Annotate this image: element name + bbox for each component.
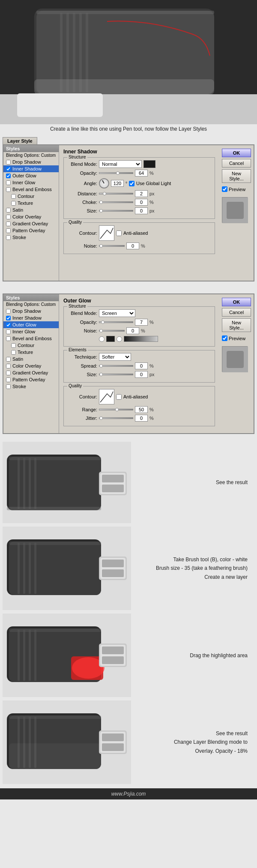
contour-item-1[interactable]: Contour (3, 193, 59, 200)
ok-button-1[interactable]: OK (222, 149, 251, 157)
texture-item-1[interactable]: Texture (3, 200, 59, 207)
pattern-overlay-checkbox-2[interactable] (6, 377, 11, 382)
bevel-emboss-checkbox-1[interactable] (6, 187, 11, 192)
technique-select-2[interactable]: Softer (99, 353, 131, 361)
glow-color-radio-1[interactable] (99, 336, 105, 342)
noise-slider-1[interactable] (99, 245, 125, 247)
inner-glow-item-2[interactable]: Inner Glow (3, 328, 59, 335)
contour-item-2[interactable]: Contour (3, 342, 59, 349)
size-slider-1[interactable] (99, 210, 133, 212)
range-input-2[interactable] (135, 406, 148, 413)
distance-input-1[interactable] (135, 190, 148, 197)
color-overlay-checkbox-2[interactable] (6, 364, 11, 368)
glow-color-swatch[interactable] (106, 336, 115, 342)
pattern-overlay-item-2[interactable]: Pattern Overlay (3, 376, 59, 383)
color-overlay-checkbox-1[interactable] (6, 215, 11, 219)
cancel-button-1[interactable]: Cancel (222, 159, 251, 168)
texture-item-2[interactable]: Texture (3, 349, 59, 356)
outer-glow-checkbox-1[interactable] (6, 174, 11, 178)
opacity-input-1[interactable] (135, 170, 148, 177)
spread-input-2[interactable] (135, 362, 148, 369)
anti-aliased-checkbox-2[interactable] (116, 394, 122, 400)
ok-button-2[interactable]: OK (222, 298, 251, 306)
bevel-emboss-item-1[interactable]: Bevel and Emboss (3, 186, 59, 193)
inner-shadow-item-1[interactable]: Inner Shadow (3, 165, 59, 172)
size-label-1: Size: (67, 208, 97, 213)
blending-options-item-1[interactable]: Blending Options: Custom (3, 152, 59, 159)
range-slider-2[interactable] (99, 409, 133, 410)
inner-shadow-checkbox-2[interactable] (6, 316, 11, 320)
bevel-emboss-checkbox-2[interactable] (6, 336, 11, 341)
noise-input-2[interactable] (126, 327, 139, 334)
contour-checkbox-1[interactable] (11, 194, 16, 199)
top-image (0, 0, 257, 124)
noise-slider-2[interactable] (99, 330, 125, 332)
inner-shadow-item-2[interactable]: Inner Shadow (3, 314, 59, 321)
satin-checkbox-2[interactable] (6, 357, 11, 362)
stroke-checkbox-2[interactable] (6, 384, 11, 389)
choke-row-1: Choke: % (67, 199, 211, 206)
spread-slider-2[interactable] (99, 365, 133, 367)
blending-options-label-1: Blending Options: Custom (6, 153, 56, 158)
bevel-emboss-item-2[interactable]: Bevel and Emboss (3, 335, 59, 342)
satin-checkbox-1[interactable] (6, 208, 11, 213)
gradient-overlay-item-2[interactable]: Gradient Overlay (3, 369, 59, 376)
cancel-button-2[interactable]: Cancel (222, 308, 251, 317)
opacity-slider-1[interactable] (99, 172, 133, 174)
contour-preview-1[interactable] (99, 225, 114, 241)
drop-shadow-checkbox-1[interactable] (6, 160, 11, 165)
glow-gradient-radio[interactable] (117, 336, 122, 342)
blend-mode-select-1[interactable]: Normal (99, 160, 142, 168)
stroke-item-1[interactable]: Stroke (3, 234, 59, 241)
inner-glow-checkbox-2[interactable] (6, 329, 11, 334)
distance-slider-1[interactable] (99, 193, 133, 195)
preview-checkbox-1[interactable] (222, 186, 227, 192)
blend-mode-select-2[interactable]: Screen (99, 309, 135, 317)
choke-input-1[interactable] (135, 199, 148, 206)
opacity-slider-2[interactable] (99, 321, 133, 323)
contour-checkbox-2[interactable] (11, 343, 16, 348)
pattern-overlay-checkbox-1[interactable] (6, 228, 11, 233)
drop-shadow-item-2[interactable]: Drop Shadow (3, 308, 59, 314)
drop-shadow-item-1[interactable]: Drop Shadow (3, 159, 59, 165)
pattern-overlay-item-1[interactable]: Pattern Overlay (3, 227, 59, 234)
color-overlay-item-2[interactable]: Color Overlay (3, 362, 59, 369)
choke-slider-1[interactable] (99, 201, 133, 203)
color-box-1[interactable] (143, 160, 155, 168)
outer-glow-item-1[interactable]: Outer Glow (3, 172, 59, 179)
jitter-slider-2[interactable] (99, 417, 133, 419)
opacity-input-2[interactable] (135, 319, 148, 326)
gradient-overlay-checkbox-2[interactable] (6, 371, 11, 375)
gradient-overlay-checkbox-1[interactable] (6, 221, 11, 226)
stroke-item-2[interactable]: Stroke (3, 383, 59, 390)
size-slider-2[interactable] (99, 374, 133, 375)
preview-checkbox-2[interactable] (222, 335, 227, 341)
glow-gradient-swatch[interactable] (124, 336, 158, 342)
texture-checkbox-2[interactable] (11, 350, 16, 355)
angle-dial-1[interactable] (99, 178, 109, 189)
jitter-input-2[interactable] (135, 415, 148, 422)
inner-glow-checkbox-1[interactable] (6, 180, 11, 185)
inner-shadow-checkbox-1[interactable] (6, 167, 11, 171)
noise-input-1[interactable] (126, 242, 139, 249)
new-style-button-2[interactable]: New Style... (222, 318, 251, 332)
size-input-1[interactable] (135, 207, 148, 214)
blending-options-item-2[interactable]: Blending Options: Custom (3, 301, 59, 308)
satin-item-1[interactable]: Satin (3, 207, 59, 213)
contour-preview-2[interactable] (99, 389, 114, 404)
stroke-checkbox-1[interactable] (6, 235, 11, 240)
texture-checkbox-1[interactable] (11, 201, 16, 206)
gradient-overlay-item-1[interactable]: Gradient Overlay (3, 220, 59, 227)
size-input-2[interactable] (135, 371, 148, 378)
new-style-button-1[interactable]: New Style... (222, 169, 251, 183)
satin-item-2[interactable]: Satin (3, 356, 59, 362)
inner-glow-item-1[interactable]: Inner Glow (3, 179, 59, 186)
outer-glow-item-2[interactable]: Outer Glow (3, 321, 59, 328)
drop-shadow-checkbox-2[interactable] (6, 309, 11, 314)
anti-aliased-checkbox-1[interactable] (116, 230, 122, 236)
color-overlay-item-1[interactable]: Color Overlay (3, 213, 59, 220)
angle-input-1[interactable] (111, 180, 124, 187)
outer-glow-checkbox-2[interactable] (6, 323, 11, 327)
technique-row-2: Technique: Softer (67, 353, 211, 361)
global-light-checkbox-1[interactable] (129, 181, 134, 186)
